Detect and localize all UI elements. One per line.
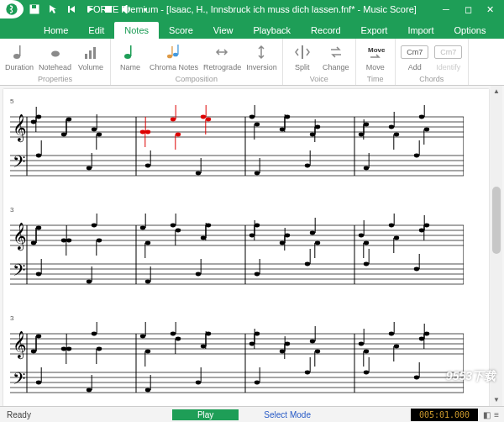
svg-point-233: [310, 340, 315, 344]
scroll-up-icon[interactable]: ▲: [492, 87, 501, 96]
vertical-scrollbar[interactable]: ▲ ▼: [491, 86, 502, 406]
minimize-button[interactable]: ─: [440, 3, 452, 15]
ribbon-group-composition: NameChroma NotesRetrogradeInversionCompo…: [111, 39, 283, 85]
ribbon-item-name[interactable]: Name: [116, 42, 144, 71]
play-icon[interactable]: [84, 3, 96, 15]
menu-item-home[interactable]: Home: [34, 22, 78, 39]
score-page[interactable]: 5𝄞𝄢3𝄞𝄢3𝄞𝄢: [3, 89, 489, 406]
ribbon-group-title: Voice: [310, 75, 328, 83]
status-bar: Ready Play Select Mode 005:01.000 ◧ ≡: [0, 406, 504, 422]
svg-point-37: [61, 133, 66, 137]
svg-rect-8: [89, 50, 92, 59]
menu-item-edit[interactable]: Edit: [78, 22, 114, 39]
svg-point-39: [92, 128, 97, 132]
ribbon-item-volume[interactable]: Volume: [76, 42, 105, 71]
menu-item-export[interactable]: Export: [351, 22, 398, 39]
ribbon: DurationNoteheadVolumePropertiesNameChro…: [0, 39, 504, 86]
ribbon-item-add[interactable]: Cm7Add: [401, 42, 429, 71]
svg-point-257: [364, 371, 369, 375]
scroll-thumb[interactable]: [492, 187, 501, 254]
maximize-button[interactable]: ◻: [462, 3, 474, 15]
menu-item-notes[interactable]: Notes: [114, 22, 159, 39]
save-icon[interactable]: [29, 3, 40, 15]
svg-point-77: [315, 125, 320, 129]
svg-rect-2: [32, 5, 36, 8]
svg-point-172: [394, 236, 399, 240]
svg-point-116: [31, 241, 36, 245]
menu-item-view[interactable]: View: [203, 22, 244, 39]
change-icon: [326, 42, 346, 62]
menu-item-import[interactable]: Import: [397, 22, 444, 39]
mode-indicator[interactable]: Select Mode: [264, 410, 311, 419]
svg-point-41: [36, 115, 41, 119]
menu-item-record[interactable]: Record: [301, 22, 350, 39]
music-system[interactable]: 5𝄞𝄢: [10, 98, 482, 189]
ribbon-item-change[interactable]: Change: [322, 42, 350, 71]
svg-point-71: [310, 133, 315, 137]
ribbon-group-title: Chords: [419, 75, 444, 83]
ribbon-item-notehead[interactable]: Notehead: [39, 42, 71, 71]
svg-point-245: [359, 342, 364, 346]
svg-point-253: [394, 345, 399, 349]
svg-point-79: [255, 171, 260, 176]
ribbon-item-chroma-notes[interactable]: Chroma Notes: [150, 42, 198, 71]
svg-point-207: [97, 347, 102, 351]
svg-point-85: [389, 125, 394, 129]
move-icon: Move: [365, 42, 386, 62]
ribbon-group-voice: SplitChangeVoice: [283, 39, 356, 85]
ribbon-item-split[interactable]: Split: [288, 42, 317, 71]
music-system[interactable]: 3𝄞𝄢: [10, 314, 482, 406]
svg-point-247: [389, 332, 394, 336]
cursor-icon[interactable]: [47, 3, 59, 15]
svg-point-87: [419, 115, 424, 119]
split-icon: [292, 42, 312, 62]
svg-point-209: [36, 381, 41, 385]
svg-point-14: [173, 53, 178, 57]
svg-point-65: [196, 171, 201, 176]
menu-item-options[interactable]: Options: [444, 22, 496, 39]
svg-rect-7: [85, 54, 87, 59]
svg-point-49: [87, 166, 92, 171]
menu-item-playback[interactable]: Playback: [243, 22, 301, 39]
svg-point-201: [92, 332, 97, 336]
speaker-icon[interactable]: [121, 3, 133, 15]
scroll-down-icon[interactable]: ▼: [492, 396, 501, 404]
ribbon-item-label: Chroma Notes: [150, 64, 198, 71]
menu-item-help[interactable]: Help: [496, 22, 504, 39]
close-button[interactable]: ✕: [484, 3, 496, 15]
ribbon-item-duration[interactable]: Duration: [5, 42, 34, 71]
svg-text:𝄞: 𝄞: [13, 113, 27, 143]
ribbon-item-move[interactable]: MoveMove: [361, 42, 390, 71]
app-logo[interactable]: [0, 0, 24, 18]
titlebar[interactable]: ▾ FORTE Premium - [Isaac, H., Innsbruck …: [0, 0, 504, 18]
svg-point-255: [424, 332, 429, 336]
retrograde-icon: [213, 42, 233, 62]
ribbon-item-label: Notehead: [39, 64, 71, 71]
svg-point-128: [36, 272, 41, 277]
ribbon-group-title: Composition: [176, 75, 218, 83]
ribbon-item-inversion[interactable]: Inversion: [246, 42, 277, 71]
music-system[interactable]: 3𝄞𝄢: [10, 206, 482, 298]
svg-point-231: [280, 350, 285, 354]
ribbon-item-retrograde[interactable]: Retrograde: [203, 42, 241, 71]
svg-point-146: [196, 272, 201, 277]
svg-point-95: [364, 166, 369, 171]
watermark: 9553下载: [446, 369, 496, 384]
svg-text:Move: Move: [368, 46, 386, 54]
time-display: 005:01.000: [411, 409, 478, 421]
svg-point-239: [315, 350, 320, 354]
ribbon-item-label: Retrograde: [203, 64, 241, 71]
ribbon-item-label: Inversion: [246, 64, 277, 71]
step-back-icon[interactable]: [66, 3, 77, 15]
status-icon-2[interactable]: ≡: [494, 410, 499, 419]
svg-point-213: [140, 335, 145, 339]
stop-icon[interactable]: [102, 3, 114, 15]
status-icon-1[interactable]: ◧: [483, 410, 491, 419]
menu-item-score[interactable]: Score: [159, 22, 203, 39]
qa-dropdown-icon[interactable]: ▾: [139, 3, 151, 15]
svg-point-67: [249, 115, 255, 119]
system-number: 5: [10, 98, 482, 105]
volume-grey-icon: [81, 42, 101, 62]
svg-point-144: [145, 280, 150, 284]
play-button[interactable]: Play: [172, 409, 239, 420]
